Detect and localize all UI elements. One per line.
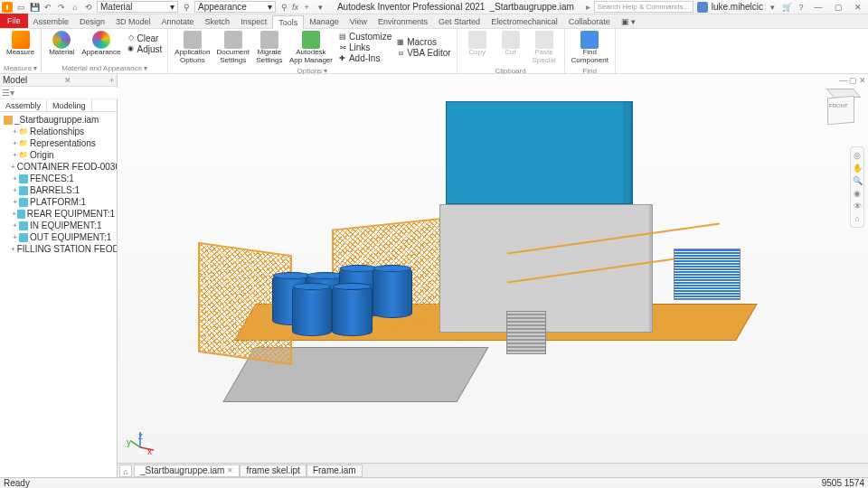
vp-minimize-icon[interactable]: —: [839, 76, 847, 85]
save-icon[interactable]: 💾: [29, 2, 40, 13]
appearance-dropdown[interactable]: Appearance▾: [194, 1, 276, 13]
expand-icon[interactable]: +: [11, 127, 19, 136]
expand-icon[interactable]: +: [11, 210, 17, 218]
find-component-button[interactable]: Find Component: [569, 30, 611, 66]
expand-icon[interactable]: +: [11, 221, 19, 230]
open-icon[interactable]: ▭: [15, 2, 26, 13]
measure-button[interactable]: Measure: [4, 30, 37, 58]
expand-icon[interactable]: +: [11, 163, 15, 171]
expand-icon[interactable]: +: [11, 151, 19, 159]
pipette-icon[interactable]: ⚲: [181, 2, 192, 13]
qat-expand-icon[interactable]: ▾: [315, 2, 326, 13]
doc-tab[interactable]: Frame.iam: [307, 465, 363, 477]
appearance-button[interactable]: Appearance: [79, 30, 123, 58]
close-button[interactable]: ✕: [850, 1, 866, 14]
tree-node[interactable]: +REAR EQUIPMENT:1: [2, 208, 115, 220]
tree-node[interactable]: +FILLING STATION FEOD-00303879:1: [2, 243, 115, 255]
vba-button[interactable]: ⧈VBA Editor: [394, 48, 452, 59]
restore-button[interactable]: ▢: [830, 1, 846, 14]
model-browser-plus-icon[interactable]: +: [109, 76, 114, 85]
panel-label[interactable]: Material and Appearance ▾: [45, 64, 164, 72]
tab-file[interactable]: File: [0, 14, 28, 28]
pipette2-icon[interactable]: ⚲: [278, 2, 289, 13]
redo-icon[interactable]: ↷: [56, 2, 67, 13]
doc-tab[interactable]: frame skel.ipt: [240, 465, 306, 477]
app-options-button[interactable]: Application Options: [172, 30, 212, 66]
help-icon[interactable]: ?: [796, 2, 807, 13]
tree-node[interactable]: +PLATFORM:1: [2, 196, 115, 208]
tab-assembly-view[interactable]: Assembly: [0, 99, 47, 111]
tab-manage[interactable]: Manage: [304, 14, 344, 28]
help-search-input[interactable]: Search Help & Commands...: [594, 1, 693, 13]
minimize-button[interactable]: —: [810, 1, 826, 14]
model-browser-close-icon[interactable]: ✕: [64, 76, 71, 85]
tree-node[interactable]: +OUT EQUIPMENT:1: [2, 231, 115, 243]
clear-button[interactable]: ◇Clear: [125, 33, 165, 43]
doc-tab[interactable]: _Startbaugruppe.iam✕: [134, 465, 240, 477]
tab-get-started[interactable]: Get Started: [433, 14, 486, 28]
viewcube-front-label[interactable]: FRONT: [829, 103, 848, 108]
app-manager-button[interactable]: Autodesk App Manager: [287, 30, 335, 66]
panel-label[interactable]: Measure ▾: [4, 64, 37, 72]
nav-pan-icon[interactable]: ✋: [852, 163, 863, 174]
tree-node[interactable]: +FENCES:1: [2, 173, 115, 184]
expand-icon[interactable]: +: [11, 186, 19, 194]
tab-overflow[interactable]: ▣ ▾: [616, 14, 642, 28]
nav-wheel-icon[interactable]: ◎: [852, 150, 863, 161]
cart-icon[interactable]: 🛒: [781, 2, 792, 13]
tab-collaborate[interactable]: Collaborate: [563, 14, 616, 28]
tree-node[interactable]: +CONTAINER FEOD-00303735:1: [2, 161, 115, 173]
expand-icon[interactable]: +: [11, 198, 19, 206]
home-tab-button[interactable]: ⌂: [119, 465, 132, 477]
expand-icon[interactable]: +: [11, 233, 19, 241]
home-icon[interactable]: ⌂: [70, 2, 80, 13]
nav-zoom-icon[interactable]: 🔍: [852, 175, 863, 186]
viewcube[interactable]: FRONT: [823, 92, 859, 128]
graphics-viewport[interactable]: — ▢ ✕ FRONT ◎ ✋ 🔍 ◉ 👁 ⌂ z y x: [118, 74, 868, 477]
doc-settings-button[interactable]: Document Settings: [213, 30, 251, 66]
refresh-icon[interactable]: ⟲: [83, 2, 94, 13]
material-button[interactable]: Material: [45, 30, 78, 58]
tree-node[interactable]: +📁Origin: [2, 149, 115, 161]
tab-inspect[interactable]: Inspect: [235, 14, 272, 28]
tree-node[interactable]: +📁Relationships: [2, 126, 115, 137]
tree-node[interactable]: +IN EQUIPMENT:1: [2, 220, 115, 231]
tree-node[interactable]: +📁Representations: [2, 137, 115, 149]
tree-root[interactable]: _Startbaugruppe.iam: [2, 114, 115, 126]
tab-annotate[interactable]: Annotate: [156, 14, 200, 28]
customize-button[interactable]: ▤Customize: [336, 32, 393, 42]
tab-3d-model[interactable]: 3D Model: [110, 14, 156, 28]
tab-environments[interactable]: Environments: [373, 14, 433, 28]
migrate-button[interactable]: Migrate Settings: [253, 30, 286, 66]
macros-button[interactable]: ▦Macros: [394, 37, 452, 48]
tree-node[interactable]: +BARRELS:1: [2, 184, 115, 196]
material-dropdown[interactable]: Material▾: [97, 1, 178, 13]
adjust-button[interactable]: ◉Adjust: [125, 43, 165, 54]
tab-modeling-view[interactable]: Modeling: [47, 99, 92, 111]
tab-sketch[interactable]: Sketch: [200, 14, 236, 28]
nav-look-icon[interactable]: 👁: [852, 201, 863, 211]
expand-icon[interactable]: +: [11, 174, 19, 183]
links-button[interactable]: ⫘Links: [336, 42, 393, 53]
nav-orbit-icon[interactable]: ◉: [852, 188, 863, 199]
user-avatar-icon[interactable]: [697, 2, 708, 13]
tab-assemble[interactable]: Assemble: [28, 14, 75, 28]
fx-icon[interactable]: fx: [292, 3, 298, 12]
close-tab-icon[interactable]: ✕: [227, 466, 233, 474]
undo-icon[interactable]: ↶: [42, 2, 53, 13]
user-name[interactable]: luke.mihelcic: [712, 2, 763, 12]
expand-icon[interactable]: +: [11, 139, 19, 147]
tab-view[interactable]: View: [344, 14, 373, 28]
filter-icon[interactable]: ☰▾: [2, 88, 14, 98]
plus-icon[interactable]: +: [301, 2, 312, 13]
inventor-logo-icon[interactable]: I: [2, 2, 13, 13]
vp-maximize-icon[interactable]: ▢: [849, 76, 857, 85]
vp-close-icon[interactable]: ✕: [859, 76, 866, 85]
expand-icon[interactable]: +: [11, 245, 15, 253]
model-search-input[interactable]: [16, 88, 118, 99]
tab-electromechanical[interactable]: Electromechanical: [486, 14, 563, 28]
user-caret-icon[interactable]: ▾: [767, 2, 778, 13]
nav-home-icon[interactable]: ⌂: [852, 213, 863, 224]
tab-design[interactable]: Design: [74, 14, 110, 28]
addins-button[interactable]: ✚Add-Ins: [336, 53, 393, 64]
